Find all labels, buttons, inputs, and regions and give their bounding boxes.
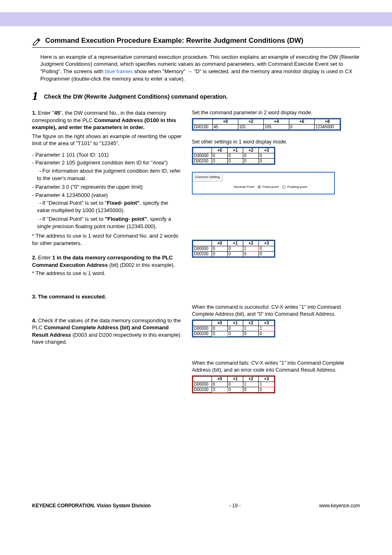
memory-cell[interactable]: 105 [264,125,289,130]
t: →For information about the judgment cond… [37,168,181,181]
memory-cell[interactable]: 0 [212,153,228,159]
param-3: - Parameter 3 0 ("0" represents the uppe… [32,183,182,191]
param-1: - Parameter 1 101 (Tool ID: 101) [32,151,182,159]
footer-page-number: - 19 - [229,502,241,509]
memory-cell[interactable]: 0 [228,251,243,257]
memory-cell[interactable]: 0 [212,159,228,164]
memory-cell[interactable]: 0 [259,246,274,251]
s1-addr-note: * The address to use is 1 word for Comma… [32,232,182,247]
t: →If "Decimal Point" is set to " [37,200,107,206]
t: Enter " [37,110,54,116]
memory-table-success: +0+1+2+3D000000011D002000000 [192,319,275,338]
memory-cell[interactable]: 0 [228,246,243,251]
memory-cell[interactable]: 0 [289,125,315,130]
t: 2. [32,254,37,261]
t: "Floating- point" [105,216,147,222]
param-4b: →If "Decimal Point" is set to "Floating-… [32,215,182,230]
heading-text: Command Execution Procedure Example: Rew… [45,36,303,46]
step-1-header: 1 Check the DW (Rewrite Judgment Conditi… [32,90,360,102]
memory-cell[interactable]: 101 [238,125,264,130]
memory-cell[interactable]: D00000 [193,153,212,159]
t: 3. The command is executed. [32,294,106,300]
memory-cell[interactable]: D00100 [193,125,213,130]
memory-cell[interactable]: 0 [228,382,243,387]
memory-cell[interactable]: 3 [212,387,228,393]
memory-cell[interactable]: 0 [212,326,228,331]
step-title: Check the DW (Rewrite Judgment Condition… [44,93,228,102]
substep-2: 2. Enter 1 in the data memory correspond… [32,254,182,268]
memory-cell[interactable]: 0 [212,251,228,257]
memory-cell[interactable]: 0 [259,387,274,393]
top-accent-bar [0,12,392,26]
memory-cell[interactable]: 0 [259,251,274,257]
radio-floating-point[interactable] [282,185,286,189]
footer-right: www.keyence.com [319,502,360,509]
memory-cell[interactable]: D00000 [193,246,212,251]
right-column: Set the command parameter in 2 word disp… [192,109,360,395]
common-setting-panel: Common Setting Decimal Point Fixed-point… [192,172,335,194]
memory-table-2word: +0+2+4+6+8D0010045101105012345000 [192,118,341,131]
param-2: - Parameter 2 105 (judgment condition it… [32,159,182,166]
param-2-note: →For information about the judgment cond… [32,167,182,182]
memory-table-step2: +0+1+2+3D000000010D002000000 [192,240,275,258]
footer-left: KEYENCE CORPORATION. Vision System Divis… [32,502,151,509]
left-column: 1. Enter "45", the DW command No., in th… [32,109,182,350]
memory-cell[interactable]: 0 [212,331,228,336]
t: Enter [37,254,52,261]
memory-cell[interactable]: 0 [259,153,274,159]
memory-cell[interactable]: 0 [259,159,274,164]
intro-paragraph: Here is an example of a representative c… [40,53,360,82]
blue-frames-text: blue frames [105,68,133,74]
memory-cell[interactable]: 0 [259,331,274,336]
memory-cell[interactable]: 0 [228,326,243,331]
caption-1word: Set other settings in 1 word display mod… [192,139,360,146]
opt-float: Floating-point [287,185,307,189]
memory-cell[interactable]: 12345000 [315,125,340,130]
memory-cell[interactable]: 1 [243,326,259,331]
caption-2word: Set the command parameter in 2 word disp… [192,109,360,116]
param-4a: →If "Decimal Point" is set to "Fixed- po… [32,199,182,214]
common-setting-tab[interactable]: Common Setting [193,173,223,182]
memory-cell[interactable]: 1 [243,382,259,387]
memory-cell[interactable]: 0 [243,387,259,393]
memory-cell[interactable]: D00200 [193,387,212,393]
memory-cell[interactable]: D00000 [193,382,212,387]
substep-4: 4. Check if the values of the data memor… [32,317,182,346]
param-4: - Parameter 4 12345000 (value) [32,192,182,199]
decimal-point-label: Decimal Point [234,185,254,189]
memory-cell[interactable]: 0 [228,387,243,393]
caption-success: When the command is successful: CV-X wri… [192,304,360,318]
memory-cell[interactable]: 0 [228,159,243,164]
memory-cell[interactable]: 1 [243,246,259,251]
t: (bit) (D002 in this example). [108,262,175,268]
memory-cell[interactable]: 0 [243,153,259,159]
memory-table-1word: +0+1+2+3D000000000D002000000 [192,147,275,165]
t: →If "Decimal Point" is set to [37,216,105,222]
memory-cell[interactable]: D00000 [193,326,212,331]
memory-cell[interactable]: 0 [212,382,228,387]
radio-fixed-point[interactable] [258,185,261,189]
opt-fixed: Fixed-point [263,185,279,189]
memory-cell[interactable]: 0 [243,251,259,257]
memory-cell[interactable]: 0 [228,331,243,336]
memory-cell[interactable]: 1 [259,326,274,331]
memory-cell[interactable]: 1 [259,382,274,387]
s1-body: The figure on the right shows an example… [32,133,182,147]
memory-cell[interactable]: 45 [213,125,238,130]
s2-note: * The address to use is 1 word. [32,270,182,277]
memory-cell[interactable]: D00200 [193,159,212,164]
t: 45 [54,110,60,116]
memory-cell[interactable]: D00200 [193,251,212,257]
caption-fail: When the command fails: CV-X writes "1" … [192,360,360,374]
s1-num: 1. [32,110,37,116]
step-number: 1 [32,90,38,102]
section-heading: Command Execution Procedure Example: Rew… [32,36,360,48]
memory-cell[interactable]: 0 [243,159,259,164]
t: 4. [32,317,37,324]
substep-1: 1. Enter "45", the DW command No., in th… [32,109,182,131]
memory-cell[interactable]: 0 [212,246,228,251]
memory-cell[interactable]: 0 [228,153,243,159]
pencil-icon [32,37,41,46]
memory-cell[interactable]: 0 [243,331,259,336]
memory-cell[interactable]: D00200 [193,331,212,336]
